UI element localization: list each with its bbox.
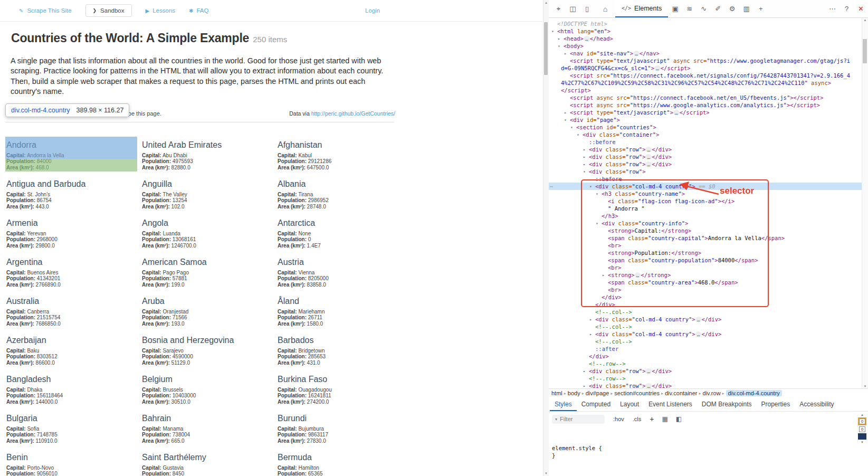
dom-tree-line[interactable]: ▸<div class="row">…</div> [549, 160, 863, 168]
device-emulation-icon[interactable]: ◫ [566, 2, 580, 16]
breadcrumb-item[interactable]: section#countries [614, 390, 660, 396]
dom-tree-line[interactable]: </div> [549, 301, 863, 308]
page-scrollbar-thumb[interactable] [544, 22, 548, 75]
scroll-up-icon[interactable]: ▲ [543, 1, 549, 4]
data-source-link[interactable]: http://peric.github.io/GetCountries/ [311, 110, 395, 117]
dom-tree-line[interactable]: <script type="text/javascript" async src… [549, 57, 863, 64]
scroll-down-icon[interactable]: ▼ [543, 472, 549, 475]
dom-tree-scrollbar[interactable]: ▲ ▼ [862, 18, 868, 388]
add-tools-icon[interactable]: + [753, 2, 768, 16]
breadcrumb-item[interactable]: html [551, 390, 562, 396]
dom-tree-line[interactable]: <!--.col--> [549, 308, 863, 316]
collapse-arrow-icon[interactable]: ▾ [596, 220, 598, 227]
dom-tree-line[interactable]: ▸<div class="row">…</div> [549, 382, 863, 388]
expand-arrow-icon[interactable]: ▸ [589, 331, 592, 338]
network-panel-icon[interactable]: ≋ [682, 2, 697, 16]
dom-tree-line[interactable]: ▾<div class="row"> [549, 168, 863, 175]
dom-tree-line[interactable]: ▸<script type="text/javascript">…</scrip… [549, 109, 863, 116]
dom-tree-line[interactable]: <strong>Capital:</strong> [549, 227, 863, 234]
dom-tree-line[interactable]: 4%2C77%2C67%2C109%2C59%2C58%2C31%2C96%2C… [549, 79, 863, 87]
hover-state-button[interactable]: :hov [613, 416, 624, 422]
tab-elements[interactable]: </> Elements [615, 0, 668, 17]
collapse-arrow-icon[interactable]: ▾ [551, 28, 554, 35]
login-link[interactable]: Login [365, 7, 380, 14]
dom-tree-line[interactable]: ▾<div id="page"> [549, 116, 863, 123]
dom-tree-line[interactable]: d=G-09N5RQCFG4&cx=c&_slc=1">…</script> [549, 64, 863, 72]
scroll-down-icon[interactable]: ▼ [862, 385, 868, 388]
layout-panel-icon[interactable]: ▥ [739, 2, 753, 16]
dom-tree-line[interactable]: ▾<section id="countries"> [549, 123, 863, 131]
expand-arrow-icon[interactable]: ▸ [589, 316, 592, 323]
nav-item-lessons[interactable]: ▶ Lessons [146, 7, 176, 14]
dom-tree-scrollbar-thumb[interactable] [863, 39, 867, 63]
breadcrumb-item[interactable]: div.container [665, 390, 698, 396]
dom-tree-line[interactable]: ▾<body> [549, 42, 863, 50]
class-toggle-button[interactable]: .cls [633, 416, 642, 422]
styles-scrollbar[interactable]: ▲ 0 0 ▼ [857, 413, 867, 444]
grid-overlay-icon[interactable]: ▦ [662, 415, 667, 423]
node-menu-icon[interactable]: ⋯ [550, 183, 554, 190]
breadcrumb-item[interactable]: div.row [703, 390, 721, 396]
dom-tree-line[interactable]: ▸<div class="row">…</div> [549, 153, 863, 160]
dom-tree-line[interactable]: ::before [549, 175, 863, 183]
dom-tree-line[interactable]: ▸<div class="row">…</div> [549, 367, 863, 375]
styles-filter-input[interactable]: ▾ Filter [552, 415, 605, 424]
nav-brand-link[interactable]: ✎ Scrape This Site [19, 7, 72, 14]
nav-item-faq[interactable]: ✱ FAQ [189, 7, 208, 14]
dom-tree-line[interactable]: ▸<div class="col-md-4 country">…</div> [549, 330, 863, 338]
dom-tree-line[interactable]: <strong>Population:</strong> [549, 249, 863, 256]
dom-tree-line[interactable]: <!--.col--> [549, 338, 863, 345]
dom-tree-line[interactable]: <script async src="https://connect.faceb… [549, 94, 863, 101]
tab-event-listeners[interactable]: Event Listeners [644, 397, 697, 411]
tab-properties[interactable]: Properties [757, 397, 795, 411]
tab-dom-breakpoints[interactable]: DOM Breakpoints [697, 397, 757, 411]
expand-arrow-icon[interactable]: ▸ [564, 109, 567, 117]
dom-tree-line[interactable]: </div> [549, 293, 863, 301]
collapse-arrow-icon[interactable]: ▾ [570, 124, 573, 131]
expand-arrow-icon[interactable]: ▸ [583, 161, 586, 168]
collapse-arrow-icon[interactable]: ▾ [577, 131, 579, 139]
expand-arrow-icon[interactable]: ▸ [558, 35, 560, 43]
dom-tree-line[interactable]: ▸<div class="col-md-4 country">…</div> [549, 316, 863, 323]
tab-welcome[interactable]: ⌂ [597, 0, 613, 17]
console-panel-icon[interactable]: ▣ [668, 2, 682, 16]
nav-item-sandbox[interactable]: ❯ Sandbox [85, 4, 132, 17]
dom-tree-line[interactable]: <br> [549, 264, 863, 271]
element-style-rule-open[interactable]: element.style { [552, 444, 857, 452]
breadcrumb-item[interactable]: body [568, 390, 580, 396]
dom-tree-line[interactable]: ▸<head>…</head> [549, 35, 863, 42]
tab-computed[interactable]: Computed [577, 397, 615, 411]
dom-tree-line[interactable]: </script> [549, 87, 863, 94]
dom-tree-line[interactable]: <br> [549, 286, 863, 293]
dom-tree-line[interactable]: ▾<div class="country-info"> [549, 220, 863, 227]
new-style-rule-button[interactable]: + [650, 415, 654, 423]
inspect-icon[interactable]: ⌖ [551, 2, 566, 16]
computed-pane-icon[interactable]: ◧ [676, 415, 682, 423]
scroll-down-icon[interactable]: ▼ [861, 441, 864, 444]
dom-tree-line[interactable]: ▸<strong>…</strong> [549, 271, 863, 279]
tab-styles[interactable]: Styles [550, 397, 577, 411]
focus-page-icon[interactable]: ▯ [580, 2, 594, 16]
edit-panel-icon[interactable]: ✐ [711, 2, 725, 16]
dom-tree-line[interactable]: </div> [549, 353, 863, 360]
collapse-arrow-icon[interactable]: ▾ [558, 43, 560, 50]
styles-scrollbar-thumb[interactable] [858, 433, 866, 440]
tab-accessibility[interactable]: Accessibility [795, 397, 838, 411]
dom-tree-line-selected[interactable]: ▾⋯<div class="col-md-4 country"> == $0 [549, 183, 863, 190]
expand-arrow-icon[interactable]: ▸ [583, 368, 586, 375]
dom-tree-line[interactable]: ▾<html lang="en"> [549, 27, 863, 35]
dom-tree-line[interactable]: <i class="flag-icon flag-icon-ad"></i> [549, 197, 863, 205]
close-devtools-icon[interactable]: ✕ [854, 2, 868, 16]
dom-tree-line[interactable]: ▾<h3 class="country-name"> [549, 190, 863, 197]
collapse-arrow-icon[interactable]: ▾ [589, 183, 592, 191]
dom-tree-line[interactable]: <span class="country-area">468.0</span> [549, 279, 863, 286]
dom-tree-line[interactable]: <!--.col--> [549, 323, 863, 330]
expand-arrow-icon[interactable]: ▸ [602, 272, 605, 279]
dom-tree-line[interactable]: <script async src="https://www.google-an… [549, 101, 863, 109]
help-icon[interactable]: ? [840, 2, 854, 16]
dom-tree-line[interactable]: <span class="country-population">84000</… [549, 256, 863, 264]
dom-tree-line[interactable]: <!--.row--> [549, 375, 863, 382]
page-scrollbar[interactable]: ▲ ▼ [543, 0, 549, 476]
dom-tree-line[interactable]: ::before [549, 138, 863, 146]
scroll-up-icon[interactable]: ▲ [861, 413, 864, 416]
